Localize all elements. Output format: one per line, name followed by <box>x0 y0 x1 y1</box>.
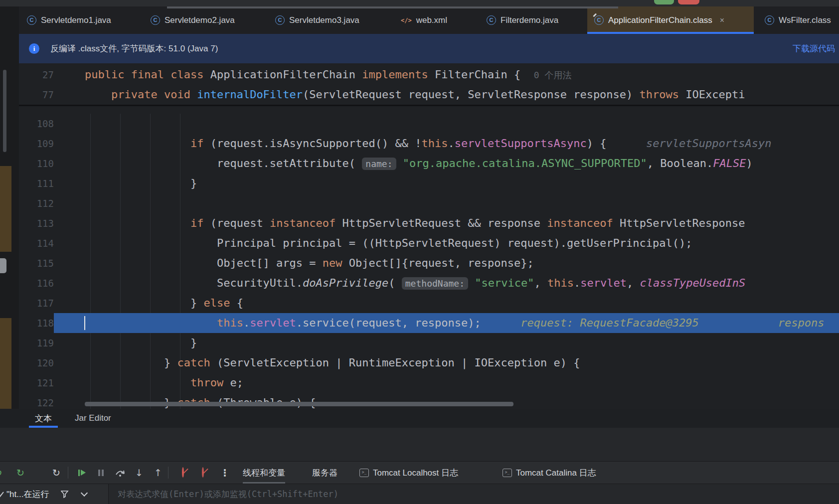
code-text: this.servlet.service(request, response);… <box>83 313 839 333</box>
gutter[interactable] <box>54 213 83 233</box>
code-line-108: 108 <box>19 114 839 134</box>
evaluate-expression-input[interactable]: 对表达式求值(Enter)或添加监视(Ctrl+Shift+Enter) <box>118 484 338 504</box>
tool-window-handle[interactable] <box>0 258 6 273</box>
mute-breakpoints-icon[interactable] <box>196 462 209 484</box>
gutter[interactable] <box>54 253 83 273</box>
code-text: if (request.isAsyncSupported() && !this.… <box>83 134 839 154</box>
line-number[interactable]: 122 <box>19 393 54 409</box>
java-class-icon: C <box>487 15 496 25</box>
session-label: "ht...在运行 <box>6 489 49 500</box>
gutter[interactable] <box>54 333 83 353</box>
line-number[interactable]: 120 <box>19 353 54 373</box>
step-into-icon[interactable]: ↓ <box>133 462 146 484</box>
tab-scrollbar[interactable] <box>167 6 618 8</box>
line-number[interactable]: 115 <box>19 253 54 273</box>
check-icon <box>0 491 4 498</box>
gutter[interactable] <box>54 293 83 313</box>
gutter[interactable] <box>54 373 83 393</box>
stop-icon[interactable] <box>31 462 44 484</box>
pause-icon[interactable] <box>94 462 107 484</box>
editor-tab-filterdemo-java[interactable]: CFilterdemo.java <box>480 6 578 34</box>
step-over-icon[interactable] <box>114 462 127 484</box>
resume-icon[interactable] <box>75 462 88 484</box>
code-text: } catch (ServletException | RuntimeExcep… <box>83 353 839 373</box>
restart-debug-icon[interactable]: ↻ <box>0 462 9 484</box>
java-class-icon: C <box>151 15 160 25</box>
java-class-icon: C <box>27 15 36 25</box>
line-number[interactable]: 110 <box>19 154 54 173</box>
stop-button-pill[interactable] <box>678 0 699 4</box>
tool-tab-threads-variables[interactable]: 线程和变量 <box>243 462 285 484</box>
code-line-110: 110 request.setAttribute( name: "org.apa… <box>19 154 839 173</box>
tab-label: WsFilter.class <box>779 15 831 25</box>
gutter[interactable] <box>54 134 83 154</box>
sticky-lines: 27public final class ApplicationFilterCh… <box>19 65 839 105</box>
debug-toolbar: ↻↻↻↓↑⋮线程和变量服务器>_Tomcat Localhost 日志>_Tom… <box>0 461 839 484</box>
editor-tab-applicationfilterchain-class[interactable]: CApplicationFilterChain.class× <box>587 6 754 34</box>
chevron-down-icon[interactable] <box>81 490 88 497</box>
editor-tab-web-xml[interactable]: </>web.xml <box>394 6 466 34</box>
tab-label: Servletdemo2.java <box>165 15 235 25</box>
line-number[interactable]: 77 <box>19 85 54 105</box>
line-number[interactable]: 108 <box>19 114 54 134</box>
view-tab-jar-editor[interactable]: Jar Editor <box>75 409 111 428</box>
gutter[interactable] <box>54 273 83 293</box>
more-icon[interactable]: ⋮ <box>218 462 231 484</box>
line-number[interactable]: 118 <box>19 313 54 333</box>
code-line-113: 113 if (request instanceof HttpServletRe… <box>19 213 839 233</box>
line-number[interactable]: 112 <box>19 193 54 213</box>
gutter[interactable] <box>54 65 83 85</box>
editor-tab-servletdemo3-java[interactable]: CServletdemo3.java <box>268 6 378 34</box>
code-text <box>83 193 839 213</box>
banner-left-gap <box>0 34 19 63</box>
line-number[interactable]: 116 <box>19 273 54 293</box>
debug-session-selector[interactable]: "ht...在运行 <box>0 484 109 504</box>
run-button-pill[interactable] <box>654 0 674 4</box>
xml-file-icon: </> <box>401 17 412 24</box>
editor-tab-servletdemo1-java[interactable]: CServletdemo1.java <box>20 6 127 34</box>
usages-inlay: 0 个用法 <box>534 70 572 80</box>
gutter[interactable] <box>54 85 83 105</box>
sticky-lines-divider <box>0 105 839 106</box>
info-icon: i <box>29 43 39 54</box>
background-window-fragment <box>0 166 11 252</box>
gutter[interactable] <box>54 154 83 173</box>
view-tab-text[interactable]: 文本 <box>35 409 52 428</box>
code-line-114: 114 Principal principal = ((HttpServletR… <box>19 233 839 253</box>
left-scrollbar-thumb[interactable] <box>3 70 6 152</box>
debugger-inline-value: request: RequestFacade@3295 <box>520 317 699 329</box>
restart-icon[interactable]: ↻ <box>50 462 63 484</box>
gutter[interactable] <box>54 193 83 213</box>
tool-tab-servers[interactable]: 服务器 <box>312 462 337 484</box>
horizontal-scrollbar[interactable] <box>85 402 513 406</box>
close-icon[interactable]: × <box>720 16 724 24</box>
download-sources-link[interactable]: 下载源代码 <box>793 34 835 63</box>
line-number[interactable]: 119 <box>19 333 54 353</box>
rerun-icon[interactable]: ↻ <box>14 462 27 484</box>
view-breakpoints-icon[interactable] <box>176 462 189 484</box>
line-number[interactable]: 113 <box>19 213 54 233</box>
line-number[interactable]: 109 <box>19 134 54 154</box>
editor-tab-servletdemo2-java[interactable]: CServletdemo2.java <box>144 6 251 34</box>
tool-tab-tomcat-catalina-log[interactable]: >_Tomcat Catalina 日志 <box>503 462 596 484</box>
filter-icon[interactable] <box>61 491 69 498</box>
line-number[interactable]: 27 <box>19 65 54 85</box>
line-number[interactable]: 111 <box>19 173 54 193</box>
gutter[interactable] <box>54 393 83 409</box>
line-number[interactable]: 117 <box>19 293 54 313</box>
gutter[interactable] <box>54 114 83 134</box>
line-number[interactable]: 114 <box>19 233 54 253</box>
editor-tab-wsfilter-class[interactable]: CWsFilter.class <box>758 6 839 34</box>
gutter[interactable] <box>54 233 83 253</box>
gutter[interactable] <box>54 353 83 373</box>
code-text: Object[] args = new Object[]{request, re… <box>83 253 839 273</box>
code-text: } else { <box>83 293 839 313</box>
step-out-icon[interactable]: ↑ <box>152 462 165 484</box>
tool-tab-tomcat-localhost-log[interactable]: >_Tomcat Localhost 日志 <box>359 462 458 484</box>
gutter[interactable] <box>54 313 83 333</box>
watch-bar: "ht...在运行 对表达式求值(Enter)或添加监视(Ctrl+Shift+… <box>0 484 839 504</box>
line-number[interactable]: 121 <box>19 373 54 393</box>
code-text: private void internalDoFilter(ServletReq… <box>83 85 839 105</box>
gutter[interactable] <box>54 173 83 193</box>
tool-window-strip <box>0 6 19 34</box>
